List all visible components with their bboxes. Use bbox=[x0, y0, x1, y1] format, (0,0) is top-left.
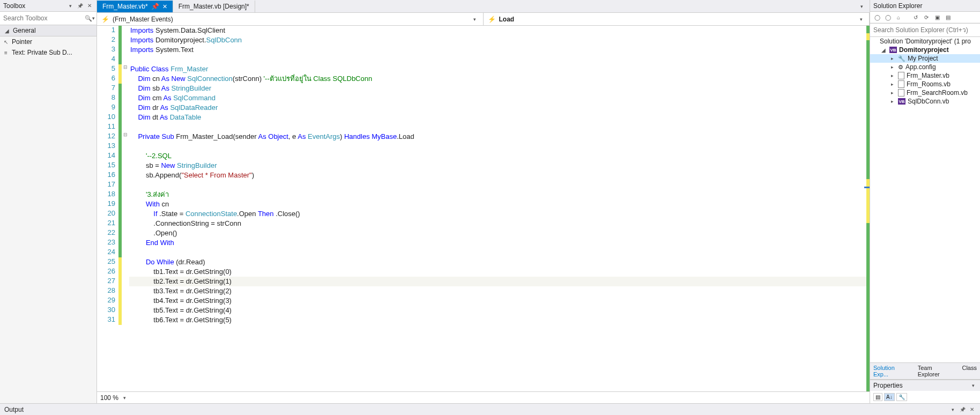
chevron-down-icon bbox=[857, 16, 865, 23]
toolbox-item[interactable]: ↖Pointer bbox=[0, 36, 96, 47]
tab-team-explorer[interactable]: Team Explorer bbox=[915, 363, 959, 379]
form-file-icon bbox=[898, 89, 904, 97]
tree-item[interactable]: VBSqlDbConn.vb bbox=[870, 97, 980, 106]
nav-scope-dropdown[interactable]: ⚡ (Frm_Master Events) bbox=[97, 13, 484, 25]
navigation-bar: ⚡ (Frm_Master Events) ⚡ Load bbox=[97, 13, 870, 26]
config-icon: ⚙ bbox=[898, 64, 903, 71]
expand-icon[interactable] bbox=[888, 80, 896, 88]
close-icon[interactable] bbox=[968, 406, 976, 413]
document-tab[interactable]: Frm_Master.vb*📌✕ bbox=[97, 1, 173, 12]
home-icon[interactable]: ⌂ bbox=[895, 13, 902, 21]
output-title: Output bbox=[4, 406, 24, 413]
close-icon[interactable] bbox=[86, 2, 93, 10]
project-node[interactable]: ◢ VB Domitoryproject bbox=[870, 46, 980, 54]
vb-project-icon: VB bbox=[889, 47, 897, 53]
pointer-icon: ↖ bbox=[2, 38, 10, 46]
wrench-icon[interactable]: 🔧 bbox=[896, 393, 907, 401]
lightning-icon: ⚡ bbox=[488, 16, 496, 23]
tree-item[interactable]: Frm_Master.vb bbox=[870, 71, 980, 80]
tab-overflow-icon[interactable] bbox=[858, 3, 865, 10]
form-file-icon bbox=[898, 80, 904, 88]
tree-item[interactable]: Frm_SearchRoom.vb bbox=[870, 88, 980, 97]
tab-class-view[interactable]: Class bbox=[959, 363, 980, 379]
zoom-control[interactable]: 100 % bbox=[97, 391, 870, 403]
alphabetical-icon[interactable]: A↓ bbox=[884, 393, 895, 401]
code-text[interactable]: Imports System.Data.SqlClientImports Dom… bbox=[129, 26, 870, 391]
solution-search[interactable] bbox=[870, 23, 980, 37]
toolbox-search-input[interactable] bbox=[2, 13, 85, 23]
toolbox-title: Toolbox bbox=[3, 2, 25, 10]
toolbox-section-general[interactable]: ◢ General bbox=[0, 25, 96, 36]
output-panel-header[interactable]: Output bbox=[0, 403, 980, 415]
collapse-all-icon[interactable]: ▣ bbox=[933, 13, 941, 21]
solution-explorer-toolbar: ◯ ◯ ⌂ ↺ ⟳ ▣ ▤ bbox=[870, 12, 980, 23]
right-panels: Solution Explorer ◯ ◯ ⌂ ↺ ⟳ ▣ ▤ Solution… bbox=[870, 0, 980, 403]
expand-icon[interactable] bbox=[888, 98, 896, 105]
line-numbers: 1234567891011121314151617181920212223242… bbox=[97, 26, 118, 391]
properties-icon[interactable]: ▤ bbox=[944, 13, 952, 21]
editor-panel: Frm_Master.vb*📌✕Frm_Master.vb [Design]* … bbox=[97, 0, 870, 403]
categorized-icon[interactable]: ▤ bbox=[873, 393, 882, 401]
tab-solution-explorer[interactable]: Solution Exp... bbox=[870, 363, 915, 379]
back-icon[interactable]: ◯ bbox=[873, 13, 881, 21]
sync-icon[interactable]: ↺ bbox=[912, 13, 919, 21]
toolbox-search[interactable] bbox=[0, 12, 96, 25]
tree-item[interactable]: 🔧My Project bbox=[870, 54, 980, 63]
document-tab[interactable]: Frm_Master.vb [Design]* bbox=[173, 1, 255, 12]
forward-icon[interactable]: ◯ bbox=[884, 13, 892, 21]
toolbox-item[interactable]: ≡Text: Private Sub D... bbox=[0, 47, 96, 58]
toolbox-menu-icon[interactable] bbox=[66, 2, 74, 10]
toolbox-panel: Toolbox ◢ General ↖Pointer≡Text: Private… bbox=[0, 0, 97, 403]
refresh-icon[interactable]: ⟳ bbox=[923, 13, 930, 21]
chevron-down-icon bbox=[121, 394, 128, 402]
expand-icon[interactable] bbox=[888, 63, 896, 71]
collapse-icon: ◢ bbox=[3, 27, 11, 34]
form-file-icon bbox=[898, 72, 904, 79]
solution-explorer-header: Solution Explorer bbox=[870, 0, 980, 12]
properties-title: Properties bbox=[873, 382, 903, 389]
search-dropdown-icon[interactable] bbox=[92, 14, 95, 22]
fold-gutter[interactable]: ⊟⊟ bbox=[122, 26, 129, 391]
text-icon: ≡ bbox=[2, 49, 10, 56]
solution-node[interactable]: Solution 'Domitoryproject' (1 pro bbox=[870, 37, 980, 46]
solution-explorer-title: Solution Explorer bbox=[873, 2, 922, 10]
expand-icon[interactable] bbox=[888, 89, 896, 97]
right-panel-tabs: Solution Exp... Team Explorer Class bbox=[870, 362, 980, 380]
lightning-icon: ⚡ bbox=[101, 16, 109, 23]
properties-panel: Properties ▤ A↓ 🔧 bbox=[870, 380, 980, 403]
nav-member-dropdown[interactable]: ⚡ Load bbox=[484, 13, 870, 25]
output-menu-icon[interactable] bbox=[949, 406, 956, 413]
code-editor[interactable]: 1234567891011121314151617181920212223242… bbox=[97, 26, 870, 391]
pin-icon[interactable]: 📌 bbox=[151, 3, 159, 10]
tree-item[interactable]: Frm_Rooms.vb bbox=[870, 80, 980, 88]
pin-icon[interactable] bbox=[76, 2, 84, 10]
tree-item[interactable]: ⚙App.config bbox=[870, 63, 980, 71]
properties-toolbar: ▤ A↓ 🔧 bbox=[870, 391, 980, 403]
chevron-down-icon[interactable] bbox=[969, 382, 977, 389]
solution-tree[interactable]: Solution 'Domitoryproject' (1 pro ◢ VB D… bbox=[870, 37, 980, 362]
close-icon[interactable]: ✕ bbox=[162, 3, 167, 10]
vb-file-icon: VB bbox=[898, 98, 905, 105]
wrench-icon: 🔧 bbox=[898, 55, 905, 62]
properties-header: Properties bbox=[870, 380, 980, 391]
pin-icon[interactable] bbox=[959, 406, 966, 413]
document-tabs: Frm_Master.vb*📌✕Frm_Master.vb [Design]* bbox=[97, 0, 870, 13]
toolbox-header: Toolbox bbox=[0, 0, 96, 12]
chevron-down-icon bbox=[471, 16, 479, 23]
solution-search-input[interactable] bbox=[872, 25, 978, 35]
expand-icon[interactable]: ◢ bbox=[880, 46, 887, 54]
expand-icon[interactable] bbox=[888, 72, 896, 79]
expand-icon[interactable] bbox=[888, 55, 896, 62]
search-icon[interactable] bbox=[85, 14, 92, 22]
